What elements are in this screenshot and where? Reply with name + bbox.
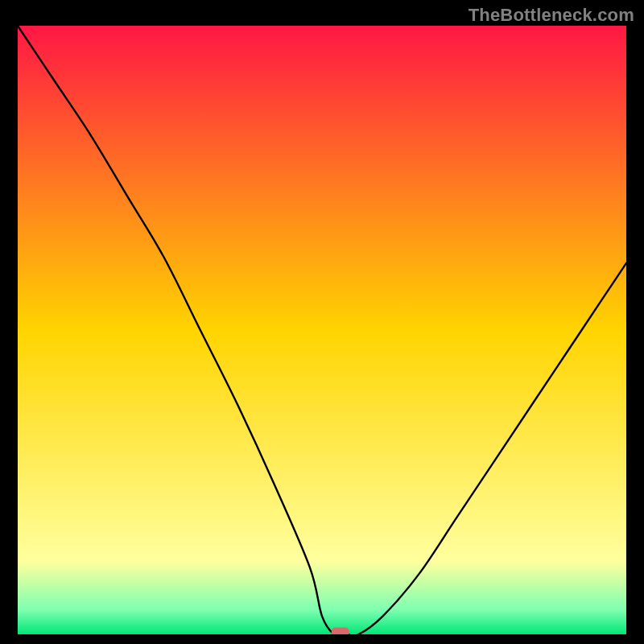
watermark-text: TheBottleneck.com bbox=[469, 5, 634, 26]
bottleneck-chart bbox=[18, 26, 626, 634]
gradient-background bbox=[18, 26, 626, 634]
optimal-marker bbox=[332, 628, 349, 635]
chart-frame: TheBottleneck.com bbox=[0, 0, 644, 644]
